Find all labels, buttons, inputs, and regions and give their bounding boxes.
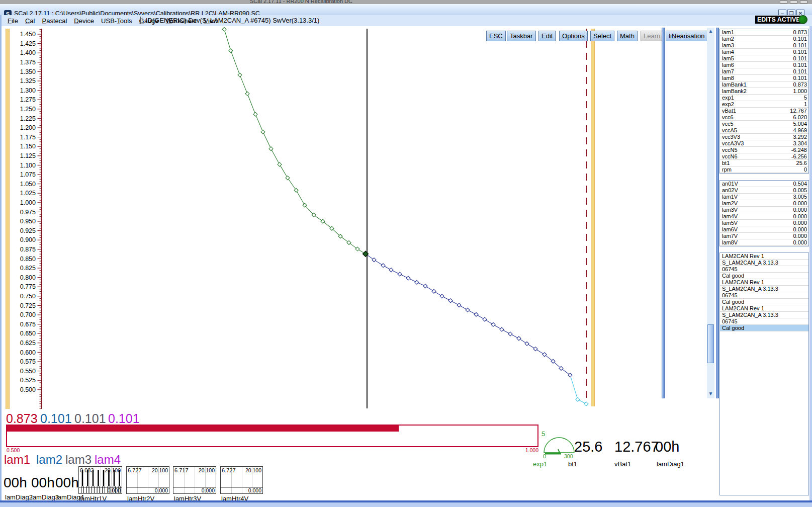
exp-gauge-label: exp1 xyxy=(533,460,547,468)
monitor2-row[interactable]: an02V0.005 xyxy=(720,187,808,194)
monitor1-row[interactable]: exp21 xyxy=(720,101,808,108)
monitor1-row[interactable]: lamBank10.873 xyxy=(720,81,808,88)
monitor2-row[interactable]: lam6V0.000 xyxy=(720,226,808,233)
heater-gauge-3: 6.71720.1000.000 xyxy=(173,466,216,494)
monitor1-row[interactable]: lam20.101 xyxy=(720,36,808,42)
monitor1-row[interactable]: lam10.873 xyxy=(720,29,808,36)
device-log-row[interactable]: Cal good xyxy=(720,299,808,305)
monitor1-row[interactable]: rpm0 xyxy=(720,166,808,173)
y-tick-label: 1.200 xyxy=(20,124,36,131)
device-log-row[interactable]: Cal good xyxy=(720,325,808,331)
monitor1-row[interactable]: vccN6-6.256 xyxy=(720,153,808,160)
param-value: 0.101 xyxy=(793,75,807,81)
monitor1-row[interactable]: vccN5-6.248 xyxy=(720,147,808,153)
device-log-row[interactable]: LAM2CAN Rev 1 xyxy=(720,279,808,286)
monitor1-row[interactable]: vccA54.969 xyxy=(720,127,808,134)
monitor1-row[interactable]: vcc55.004 xyxy=(720,121,808,127)
device-log-row[interactable]: 06745 xyxy=(720,318,808,325)
monitor2-row[interactable]: lam3V0.000 xyxy=(720,207,808,213)
y-tick-label: 0.600 xyxy=(20,349,36,356)
toolbar-button-linearisation[interactable]: liNearisation xyxy=(666,31,708,41)
param-value: 5 xyxy=(804,95,807,101)
y-tick-label: 0.550 xyxy=(20,368,36,375)
device-log-row[interactable]: Cal good xyxy=(720,273,808,279)
exp-gauge-min: 0 xyxy=(543,453,546,459)
param-label: lam3 xyxy=(722,42,734,48)
param-label: lam7 xyxy=(722,68,734,74)
y-tick-label: 1.375 xyxy=(20,59,36,66)
heater-gauge-4: 6.72720.1000.000 xyxy=(220,466,263,494)
monitor2-row[interactable]: lam8V0.000 xyxy=(720,239,808,246)
param-label: lamBank1 xyxy=(722,81,747,88)
param-value: 0.101 xyxy=(793,49,807,55)
monitor1-row[interactable]: vcc3V33.292 xyxy=(720,134,808,140)
heater-gauge-2: 6.72720.1000.000 xyxy=(126,466,169,494)
param-label: lam5V xyxy=(722,220,738,226)
lam1-bar-gauge xyxy=(6,425,538,447)
device-log-row[interactable]: 06745 xyxy=(720,266,808,273)
monitor1-row[interactable]: lam40.101 xyxy=(720,49,808,55)
device-log-row[interactable]: LAM2CAN Rev 1 xyxy=(720,305,808,312)
diag-label-3: lamDiag3 xyxy=(31,493,59,501)
param-value: 0.000 xyxy=(793,226,807,232)
y-tick-label: 1.350 xyxy=(20,68,36,75)
param-label: an01V xyxy=(722,181,738,187)
monitor1-row[interactable]: lam50.101 xyxy=(720,55,808,62)
monitor2-row[interactable]: lam4V0.000 xyxy=(720,213,808,220)
toolbar-button-edit[interactable]: Edit xyxy=(538,31,556,41)
gauge-value: 6.717 xyxy=(174,467,189,473)
diag-value-4: 00h xyxy=(55,475,79,491)
toolbar-button-options[interactable]: Options xyxy=(559,31,588,41)
param-label: lam7V xyxy=(722,233,738,239)
monitor1-row[interactable]: vcc66.020 xyxy=(720,114,808,121)
monitor1-row[interactable]: lam80.101 xyxy=(720,75,808,81)
toolbar-button-select[interactable]: Select xyxy=(590,31,614,41)
gauge-max: 20.100 xyxy=(245,467,261,473)
panel-divider-bar-2[interactable] xyxy=(716,28,719,398)
param-label: vBat1 xyxy=(722,108,736,114)
monitor2-row[interactable]: lam7V0.000 xyxy=(720,233,808,239)
monitor2-row[interactable]: lam2V0.000 xyxy=(720,200,808,207)
param-value: 1.000 xyxy=(793,88,807,94)
device-log-row[interactable]: S_LAM2CAN_A 3.13.3 xyxy=(720,260,808,266)
monitor1-row[interactable]: bt125.6 xyxy=(720,160,808,166)
diag-value-3: 00h xyxy=(31,475,55,491)
monitor1-row[interactable]: lam60.101 xyxy=(720,62,808,68)
toolbar-button-esc[interactable]: ESC xyxy=(486,31,506,41)
monitor1-row[interactable]: lam30.101 xyxy=(720,42,808,49)
y-tick-label: 0.675 xyxy=(20,321,36,328)
device-log-row[interactable]: S_LAM2CAN_A 3.13.3 xyxy=(720,286,808,292)
param-label: exp1 xyxy=(722,95,734,101)
readout-label-vBat1: vBat1 xyxy=(614,460,631,468)
device-log-row[interactable]: 06745 xyxy=(720,292,808,299)
scroll-down-icon[interactable]: ▼ xyxy=(707,391,714,396)
toolbar-button-math[interactable]: Math xyxy=(617,31,638,41)
toolbar-button-taskbar[interactable]: Taskbar xyxy=(507,31,536,41)
monitor1-row[interactable]: vccA3V33.304 xyxy=(720,140,808,147)
gauge-value: 6.727 xyxy=(222,467,236,473)
y-tick-label: 1.075 xyxy=(20,171,36,178)
scroll-up-icon[interactable]: ▲ xyxy=(707,28,714,34)
monitor1-row[interactable]: lam70.101 xyxy=(720,68,808,75)
device-log-row[interactable]: LAM2CAN Rev 1 xyxy=(720,253,808,260)
param-value: 0.873 xyxy=(793,29,807,35)
param-label: lamBank2 xyxy=(722,88,747,94)
param-value: 0.000 xyxy=(793,239,807,245)
monitor2-row[interactable]: lam5V0.000 xyxy=(720,220,808,226)
device-log-row[interactable]: S_LAM2CAN_A 3.13.3 xyxy=(720,312,808,318)
y-tick-label: 1.425 xyxy=(20,40,36,47)
lam-value-2: 0.101 xyxy=(40,411,72,426)
monitor1-row[interactable]: vBat112.767 xyxy=(720,108,808,114)
lam-label-2: lam2 xyxy=(36,453,62,467)
panel-divider-bar[interactable] xyxy=(662,28,665,398)
scrollbar-thumb[interactable] xyxy=(707,324,714,363)
y-tick-label: 1.325 xyxy=(20,77,36,84)
lam-label-1: lam1 xyxy=(4,453,30,467)
monitor1-row[interactable]: lamBank21.000 xyxy=(720,88,808,95)
monitor1-row[interactable]: exp15 xyxy=(720,95,808,101)
monitor2-row[interactable]: an01V0.504 xyxy=(720,181,808,187)
monitor2-row[interactable]: lam1V3.005 xyxy=(720,194,808,200)
param-label: lam1 xyxy=(722,29,734,35)
param-value: 0.000 xyxy=(793,220,807,226)
param-value: 0.101 xyxy=(793,36,807,42)
